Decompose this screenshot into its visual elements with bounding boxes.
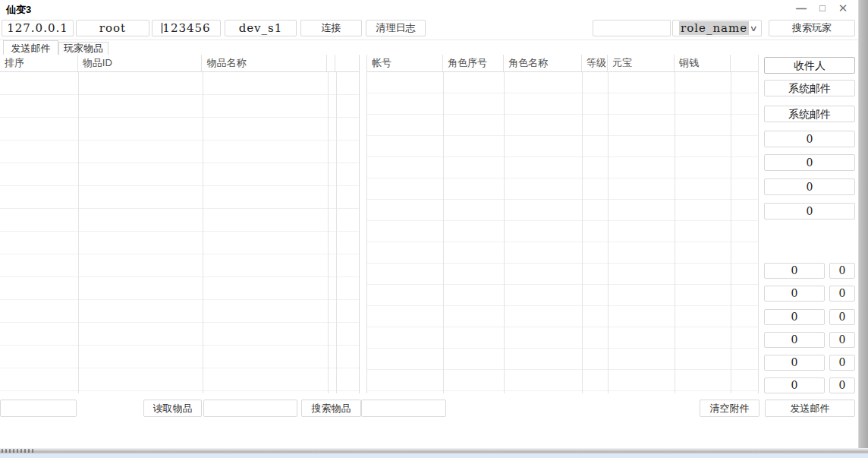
host-input[interactable]: 127.0.0.1 bbox=[2, 20, 74, 36]
mail-amount-input[interactable]: 0 bbox=[764, 154, 855, 171]
column-divider bbox=[328, 72, 329, 393]
player-table: 帐号 角色序号 角色名称 等级 元宝 铜钱 bbox=[366, 55, 759, 393]
desktop-bottom-edge bbox=[0, 453, 868, 458]
attachment-id-input[interactable]: 0 bbox=[764, 263, 825, 279]
column-divider bbox=[731, 72, 731, 393]
maximize-icon[interactable]: □ bbox=[814, 2, 831, 15]
attachment-count-input[interactable]: 0 bbox=[829, 332, 855, 348]
column-header[interactable]: 物品ID bbox=[78, 55, 203, 71]
clear-log-button[interactable]: 清理日志 bbox=[366, 20, 426, 36]
app-window: 仙变3 — □ ✕ 127.0.0.1 root 123456 dev_s1 连… bbox=[0, 0, 868, 458]
attachment-count-input[interactable]: 0 bbox=[829, 263, 855, 279]
column-header[interactable]: 等级 bbox=[582, 55, 608, 71]
player-search-input[interactable] bbox=[593, 20, 671, 36]
mail-sender-input[interactable]: 系统邮件 bbox=[764, 80, 855, 96]
player-table-header: 帐号 角色序号 角色名称 等级 元宝 铜钱 bbox=[367, 55, 758, 72]
search-player-button[interactable]: 搜索玩家 bbox=[769, 20, 855, 36]
tab-strip-divider bbox=[0, 39, 858, 40]
close-icon[interactable]: ✕ bbox=[835, 2, 851, 15]
attachment-count-input[interactable]: 0 bbox=[829, 377, 855, 393]
column-header[interactable]: 铜钱 bbox=[675, 55, 731, 71]
taskbar-edge bbox=[0, 448, 868, 453]
column-divider bbox=[582, 72, 583, 393]
column-header[interactable]: 排序 bbox=[0, 55, 78, 71]
column-divider bbox=[675, 72, 675, 393]
attachment-count-input[interactable]: 0 bbox=[829, 355, 855, 371]
attachment-id-input[interactable]: 0 bbox=[764, 377, 825, 393]
username-input[interactable]: root bbox=[76, 20, 149, 36]
tab-player-items[interactable]: 玩家物品 bbox=[58, 42, 108, 55]
window-title: 仙变3 bbox=[6, 3, 31, 17]
column-divider bbox=[203, 72, 203, 393]
column-divider bbox=[78, 72, 79, 393]
column-header[interactable]: 角色名称 bbox=[504, 55, 582, 71]
server-input[interactable]: dev_s1 bbox=[225, 20, 297, 36]
search-result-input[interactable] bbox=[361, 400, 446, 417]
attachment-id-input[interactable]: 0 bbox=[764, 309, 825, 325]
column-divider bbox=[608, 72, 609, 393]
clear-attachments-button[interactable]: 清空附件 bbox=[700, 400, 760, 417]
item-filter-input[interactable] bbox=[0, 400, 77, 417]
item-search-input[interactable] bbox=[203, 400, 297, 417]
dropdown-selected-value: role_name bbox=[679, 21, 749, 35]
search-field-dropdown[interactable]: role_name ∨ bbox=[672, 20, 762, 36]
column-divider bbox=[443, 72, 444, 393]
item-table: 排序 物品ID 物品名称 bbox=[0, 55, 360, 393]
load-items-button[interactable]: 读取物品 bbox=[143, 400, 202, 417]
attachment-count-input[interactable]: 0 bbox=[829, 286, 855, 302]
minimize-icon[interactable]: — bbox=[793, 2, 810, 15]
password-input[interactable]: 123456 bbox=[152, 20, 221, 36]
tab-send-mail[interactable]: 发送邮件 bbox=[3, 40, 58, 55]
column-header[interactable] bbox=[335, 55, 359, 71]
attachment-id-input[interactable]: 0 bbox=[764, 355, 825, 371]
column-header[interactable]: 帐号 bbox=[367, 55, 443, 71]
connect-button[interactable]: 连接 bbox=[300, 20, 362, 36]
send-mail-button[interactable]: 发送邮件 bbox=[765, 400, 855, 417]
player-table-body[interactable] bbox=[367, 72, 758, 393]
desktop-edge bbox=[858, 0, 868, 448]
mail-amount-input[interactable]: 0 bbox=[764, 203, 855, 220]
mail-amount-input[interactable]: 0 bbox=[764, 131, 855, 147]
taskbar-artifact bbox=[2, 449, 35, 453]
column-header[interactable] bbox=[731, 55, 758, 71]
column-divider bbox=[336, 72, 337, 393]
column-header[interactable]: 元宝 bbox=[608, 55, 675, 71]
column-header[interactable]: 物品名称 bbox=[202, 55, 327, 71]
search-items-button[interactable]: 搜索物品 bbox=[301, 400, 361, 417]
title-bar: 仙变3 — □ ✕ bbox=[0, 0, 858, 17]
item-table-body[interactable] bbox=[0, 72, 359, 393]
column-header[interactable]: 角色序号 bbox=[443, 55, 504, 71]
attachment-id-input[interactable]: 0 bbox=[764, 332, 825, 348]
chevron-down-icon: ∨ bbox=[749, 24, 757, 33]
column-header[interactable] bbox=[327, 55, 335, 71]
attachment-count-input[interactable]: 0 bbox=[829, 309, 855, 325]
mail-amount-input[interactable]: 0 bbox=[764, 178, 855, 195]
attachment-id-input[interactable]: 0 bbox=[764, 286, 825, 302]
recipient-input[interactable]: 收件人 bbox=[764, 57, 855, 74]
column-divider bbox=[504, 72, 505, 393]
mail-subject-input[interactable]: 系统邮件 bbox=[764, 106, 855, 122]
item-table-header: 排序 物品ID 物品名称 bbox=[0, 55, 359, 72]
